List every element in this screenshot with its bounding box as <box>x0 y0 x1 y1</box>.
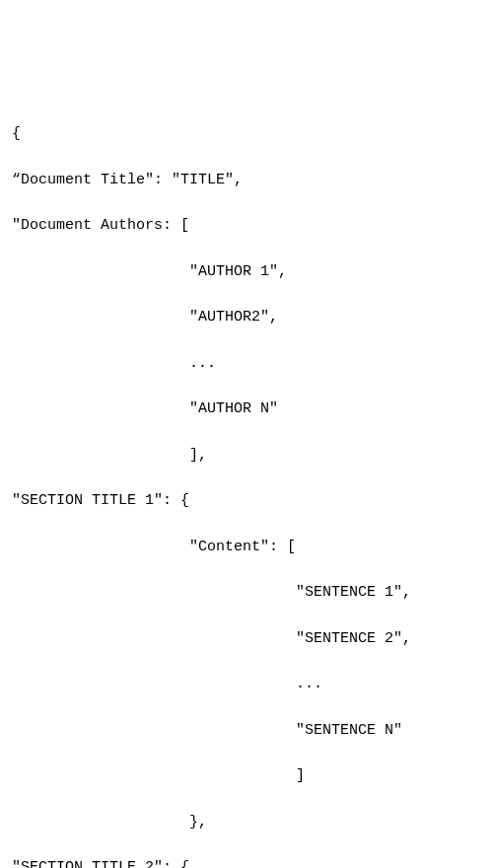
code-line: "AUTHOR N" <box>12 398 483 420</box>
code-line: "SENTENCE 2", <box>12 627 483 650</box>
code-line: ], <box>12 444 483 467</box>
code-line: "Content": [ <box>12 536 483 558</box>
code-line: "SECTION TITLE 1": { <box>12 489 483 512</box>
code-line: "SECTION TITLE 2": { <box>12 856 483 868</box>
code-line: "Document Authors: [ <box>12 214 483 237</box>
code-line: "AUTHOR 1", <box>12 260 483 283</box>
code-line: "SENTENCE 1", <box>12 581 483 604</box>
code-line: "AUTHOR2", <box>12 306 483 328</box>
code-line: ... <box>12 352 483 375</box>
code-line: ] <box>12 764 483 787</box>
json-template-document: { “Document Title": "TITLE", "Document A… <box>12 100 483 868</box>
code-line: “Document Title": "TITLE", <box>12 169 483 191</box>
code-line: ... <box>12 673 483 695</box>
code-line: { <box>12 122 483 145</box>
code-line: }, <box>12 811 483 833</box>
code-line: "SENTENCE N" <box>12 719 483 742</box>
